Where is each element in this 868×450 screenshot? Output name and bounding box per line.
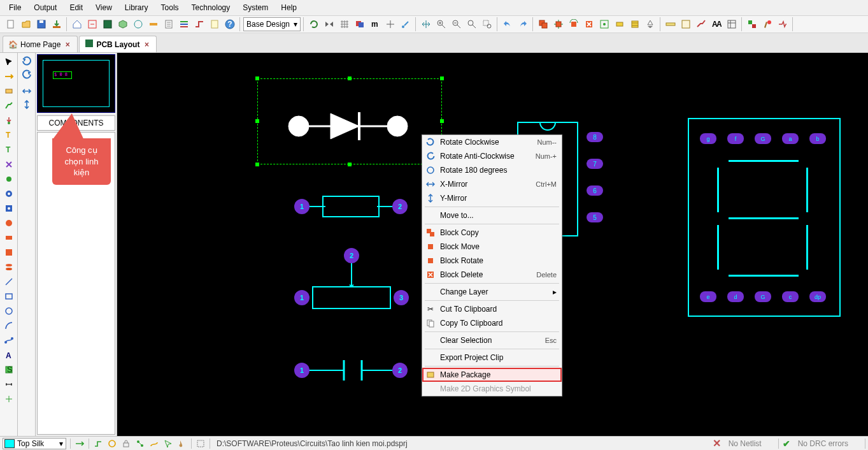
rotate-acw-icon[interactable] (22, 69, 32, 81)
package-mode-icon[interactable] (2, 85, 16, 98)
ruler-icon[interactable] (664, 17, 678, 31)
padstack-icon[interactable] (2, 261, 16, 273)
ctx-block-delete[interactable]: Block DeleteDelete (422, 268, 562, 282)
dimension-icon[interactable] (2, 378, 16, 391)
highlight-conn-icon[interactable] (2, 158, 16, 171)
drc-icon[interactable] (146, 17, 160, 31)
props-icon[interactable] (725, 17, 739, 31)
cleanup-icon[interactable] (760, 17, 774, 31)
save-icon[interactable] (34, 17, 48, 31)
route-icon[interactable] (192, 17, 206, 31)
ctx-block-move[interactable]: Block Move (422, 240, 562, 254)
block-move-icon[interactable] (551, 17, 566, 31)
selection-handle[interactable] (255, 76, 259, 80)
undo-icon[interactable] (501, 17, 515, 31)
layer-selector[interactable]: Top Silk ▾ (3, 438, 66, 449)
ctx-make-package[interactable]: Make Package (422, 368, 562, 382)
square-pad-icon[interactable] (2, 202, 16, 215)
bom-icon[interactable] (162, 17, 176, 31)
path2d-icon[interactable] (2, 334, 16, 347)
ctx-rotate-acw[interactable]: Rotate Anti-ClockwiseNum-+ (422, 149, 562, 163)
oval-pad-icon[interactable] (2, 217, 16, 229)
cam-icon[interactable] (776, 17, 790, 31)
box2d-icon[interactable] (2, 290, 16, 303)
snap-icon[interactable] (399, 17, 413, 31)
find-icon[interactable]: AA (709, 17, 723, 31)
design-variant-dropdown[interactable]: Base Design ▾ (243, 17, 301, 31)
zoom-area-icon[interactable] (480, 17, 494, 31)
overview-window[interactable]: $ 0 8 (37, 54, 115, 113)
selection-handle[interactable] (348, 163, 352, 166)
zoom-all-icon[interactable] (465, 17, 479, 31)
component-mode-icon[interactable] (2, 70, 16, 83)
ratsnest-icon[interactable]: T (2, 143, 16, 156)
stack-icon[interactable] (177, 17, 191, 31)
tab-pcb-layout[interactable]: PCB Layout × (79, 36, 157, 52)
pour-status-icon[interactable] (177, 439, 187, 449)
decompose-icon[interactable] (643, 17, 657, 31)
make-device-icon[interactable] (613, 17, 627, 31)
layers-icon[interactable] (353, 17, 367, 31)
selection-handle[interactable] (255, 163, 259, 166)
open-icon[interactable] (19, 17, 33, 31)
via-pad-icon[interactable] (2, 173, 16, 185)
menu-library[interactable]: Library (118, 1, 155, 14)
smd-pad-icon[interactable] (2, 231, 16, 244)
pcb-icon[interactable] (101, 17, 115, 31)
new-icon[interactable] (4, 17, 18, 31)
flip-board-icon[interactable] (75, 439, 85, 449)
menu-file[interactable]: File (3, 1, 27, 14)
symbol2d-icon[interactable]: S (2, 363, 16, 376)
metric-icon[interactable]: m (368, 17, 382, 31)
notes-icon[interactable] (208, 17, 222, 31)
line2d-icon[interactable] (2, 275, 16, 288)
edge-pad-icon[interactable] (2, 246, 16, 259)
gerber-icon[interactable] (131, 17, 145, 31)
menu-edit[interactable]: Edit (63, 1, 89, 14)
close-icon[interactable]: × (63, 40, 72, 49)
placement-status-icon[interactable] (163, 439, 173, 449)
ctx-y-mirror[interactable]: Y-Mirror (422, 191, 562, 205)
mirror-y-icon[interactable] (22, 99, 32, 112)
toggle-traces-icon[interactable] (694, 17, 708, 31)
import-icon[interactable] (50, 17, 64, 31)
ctx-clear-selection[interactable]: Clear SelectionEsc (422, 333, 562, 347)
circle2d-icon[interactable] (2, 305, 16, 317)
round-pad-icon[interactable] (2, 187, 16, 200)
toggle-silk-icon[interactable] (679, 17, 693, 31)
arc2d-icon[interactable] (2, 319, 16, 332)
block-copy-icon[interactable] (536, 17, 550, 31)
menu-system[interactable]: System (236, 1, 274, 14)
redo-icon[interactable] (516, 17, 530, 31)
home-icon[interactable] (70, 17, 84, 31)
flip-icon[interactable] (322, 17, 336, 31)
package-icon[interactable] (628, 17, 642, 31)
menu-output[interactable]: Output (27, 1, 63, 14)
ctx-copy[interactable]: Copy To Clipboard (422, 316, 562, 330)
track-mode-icon[interactable] (2, 99, 16, 112)
autoroute-status-icon[interactable] (149, 439, 159, 449)
ctx-block-copy[interactable]: Block Copy (422, 226, 562, 240)
route-status-icon[interactable] (93, 439, 103, 449)
schematic-icon[interactable] (85, 17, 99, 31)
rotate-cw-icon[interactable] (22, 55, 32, 68)
selection-handle[interactable] (255, 119, 259, 123)
ctx-export-clip[interactable]: Export Project Clip (422, 351, 562, 365)
ctx-move-to[interactable]: Move to... (422, 208, 562, 222)
selection-handle[interactable] (440, 76, 444, 80)
menu-view[interactable]: View (89, 1, 118, 14)
selection-handle[interactable] (348, 76, 352, 80)
ctx-rotate-180[interactable]: Rotate 180 degrees (422, 163, 562, 177)
net-status-icon[interactable] (135, 439, 145, 449)
help-icon[interactable]: ? (223, 17, 237, 31)
autoroute-icon[interactable] (745, 17, 759, 31)
tab-home[interactable]: 🏠 Home Page × (3, 36, 78, 52)
marker-icon[interactable] (2, 393, 16, 405)
text2d-icon[interactable]: A (2, 349, 16, 361)
zone-mode-icon[interactable]: T (2, 129, 16, 142)
menu-tools[interactable]: Tools (155, 1, 185, 14)
zoom-out-icon[interactable] (450, 17, 464, 31)
ctx-rotate-cw[interactable]: Rotate ClockwiseNum-- (422, 135, 562, 149)
selection-filter-icon[interactable] (196, 439, 206, 449)
pcb-canvas[interactable]: 1 2 1 2 3 1 2 8 7 6 5 g f G a b (117, 53, 868, 436)
